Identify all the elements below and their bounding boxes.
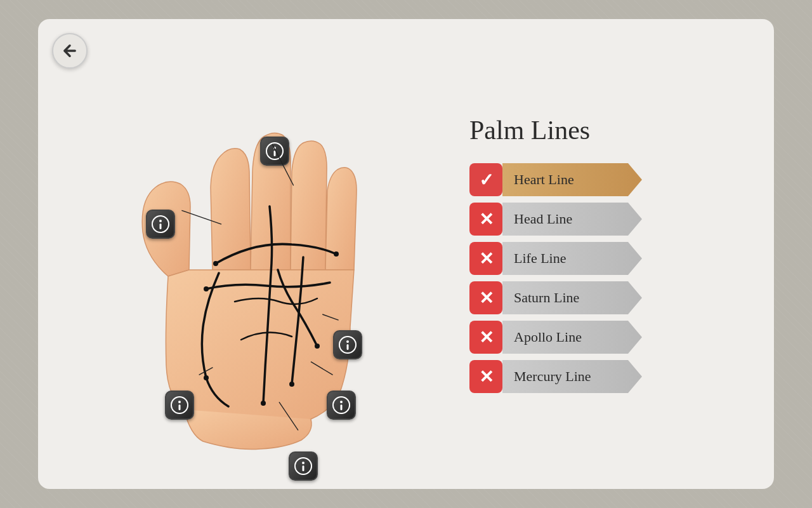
svg-point-26 <box>340 401 343 403</box>
x-icon-head: ✕ <box>479 209 494 230</box>
heart-line-label: Heart Line <box>514 171 574 188</box>
life-line-checkbox[interactable]: ✕ <box>469 242 502 275</box>
saturn-line-label: Saturn Line <box>514 290 579 306</box>
apollo-line-label: Apollo Line <box>514 329 582 345</box>
x-icon-apollo: ✕ <box>479 327 494 348</box>
svg-point-22 <box>178 401 181 403</box>
mercury-line-label: Mercury Line <box>514 368 591 385</box>
svg-point-5 <box>315 344 320 349</box>
head-line-label-arrow: Head Line <box>502 203 642 236</box>
svg-point-1 <box>334 251 339 257</box>
svg-point-14 <box>159 220 162 222</box>
svg-rect-11 <box>274 150 276 156</box>
info-button-4[interactable] <box>165 391 194 420</box>
right-panel: Palm Lines ✓ Heart Line ✕ Head Line <box>457 102 774 406</box>
info-button-5[interactable] <box>327 391 356 420</box>
svg-point-30 <box>302 462 304 464</box>
svg-point-10 <box>273 147 276 149</box>
svg-point-3 <box>204 375 209 380</box>
line-item-life[interactable]: ✕ Life Line <box>469 242 749 275</box>
heart-line-checkbox[interactable]: ✓ <box>469 163 502 196</box>
svg-rect-31 <box>303 465 304 471</box>
svg-point-4 <box>261 401 266 406</box>
line-items-list: ✓ Heart Line ✕ Head Line ✕ <box>469 163 749 393</box>
line-item-heart[interactable]: ✓ Heart Line <box>469 163 749 196</box>
head-line-checkbox[interactable]: ✕ <box>469 203 502 236</box>
back-button[interactable] <box>52 33 88 69</box>
life-line-label-arrow: Life Line <box>502 242 642 275</box>
life-line-label: Life Line <box>514 250 566 267</box>
line-item-head[interactable]: ✕ Head Line <box>469 203 749 236</box>
x-icon-life: ✕ <box>479 248 494 269</box>
svg-point-0 <box>213 261 218 266</box>
svg-rect-15 <box>160 224 162 229</box>
svg-point-18 <box>346 340 349 343</box>
svg-rect-27 <box>341 404 343 410</box>
heart-line-label-arrow: Heart Line <box>502 163 642 196</box>
svg-point-2 <box>204 286 209 291</box>
saturn-line-label-arrow: Saturn Line <box>502 281 642 314</box>
page-title: Palm Lines <box>469 115 590 145</box>
line-item-apollo[interactable]: ✕ Apollo Line <box>469 321 749 354</box>
info-button-1[interactable] <box>260 137 289 166</box>
info-button-2[interactable] <box>146 210 175 239</box>
svg-rect-23 <box>179 404 181 410</box>
apollo-line-label-arrow: Apollo Line <box>502 321 642 354</box>
apollo-line-checkbox[interactable]: ✕ <box>469 321 502 354</box>
main-card: Palm Lines ✓ Heart Line ✕ Head Line <box>38 19 774 489</box>
mercury-line-checkbox[interactable]: ✕ <box>469 360 502 393</box>
x-icon-saturn: ✕ <box>479 288 494 309</box>
info-button-3[interactable] <box>333 330 362 359</box>
info-button-6[interactable] <box>289 451 318 481</box>
line-item-saturn[interactable]: ✕ Saturn Line <box>469 281 749 314</box>
line-item-mercury[interactable]: ✕ Mercury Line <box>469 360 749 393</box>
saturn-line-checkbox[interactable]: ✕ <box>469 281 502 314</box>
svg-point-7 <box>289 382 294 387</box>
left-panel <box>38 19 457 489</box>
x-icon-mercury: ✕ <box>479 366 494 387</box>
hand-container <box>108 73 387 454</box>
head-line-label: Head Line <box>514 211 572 227</box>
mercury-line-label-arrow: Mercury Line <box>502 360 642 393</box>
checkmark-icon: ✓ <box>479 170 494 190</box>
svg-rect-19 <box>347 344 349 350</box>
